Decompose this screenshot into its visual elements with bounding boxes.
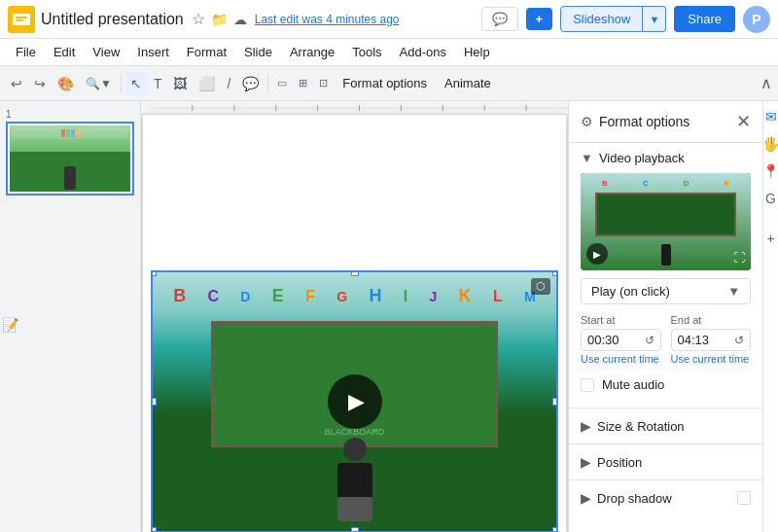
slide-video[interactable]: B C D E F G H I J K L M — [151, 270, 558, 533]
menu-item-help[interactable]: Help — [456, 43, 498, 61]
right-sidebar-icon-2[interactable]: 🖐 — [762, 136, 778, 152]
toolbar-line-button[interactable]: / — [222, 72, 235, 95]
title-actions: ☆ 📁 ☁ — [192, 10, 247, 28]
resize-handle-ml[interactable] — [151, 398, 157, 406]
toolbar-theme-button[interactable]: ⊡ — [314, 73, 333, 93]
toolbar-paint-button[interactable]: 🎨 — [53, 72, 79, 95]
size-rotation-expand-icon: ▶ — [581, 418, 591, 434]
drop-shadow-section[interactable]: ▶ Drop shadow — [569, 479, 762, 515]
toolbar: ↩ ↪ 🎨 🔍▼ ↖ T 🖼 ⬜ / 💬 ▭ ⊞ ⊡ Format option… — [0, 66, 778, 101]
resize-handle-br[interactable] — [552, 527, 558, 533]
format-panel-header: ⚙ Format options ✕ — [569, 101, 762, 143]
toolbar-layout-button[interactable]: ⊞ — [294, 73, 312, 93]
slide-thumbnail[interactable] — [6, 122, 134, 195]
cloud-icon[interactable]: ☁ — [233, 12, 247, 27]
resize-handle-mr[interactable] — [552, 398, 558, 406]
menu-bar: File Edit View Insert Format Slide Arran… — [0, 39, 778, 66]
end-at-input-wrapper: ↺ — [671, 329, 752, 351]
menu-item-slide[interactable]: Slide — [236, 43, 280, 61]
start-at-refresh-icon[interactable]: ↺ — [645, 334, 654, 347]
menu-item-file[interactable]: File — [8, 43, 44, 61]
menu-item-arrange[interactable]: Arrange — [282, 43, 342, 61]
resize-handle-bl[interactable] — [151, 527, 157, 533]
slideshow-btn-group: Slideshow ▼ — [560, 6, 666, 32]
move-to-icon[interactable]: 📁 — [211, 12, 228, 27]
start-at-input[interactable] — [587, 333, 641, 347]
start-use-current-time[interactable]: Use current time — [581, 353, 661, 365]
main-area: 1 📝 — [0, 101, 778, 532]
slide-number-label: 1 — [6, 109, 134, 120]
plus-icon: + — [536, 12, 544, 26]
toolbar-cursor-button[interactable]: ↖ — [125, 72, 147, 95]
comment-icon: 💬 — [492, 12, 508, 26]
left-panel-icon[interactable]: 📝 — [2, 317, 18, 333]
position-section[interactable]: ▶ Position — [569, 443, 762, 479]
toolbar-bg-button[interactable]: ▭ — [272, 73, 292, 93]
format-options-icon: ⚙ — [581, 114, 593, 129]
slides-panel: 1 📝 — [0, 101, 141, 532]
svg-rect-2 — [16, 17, 27, 18]
right-sidebar-icon-1[interactable]: ✉ — [765, 109, 777, 124]
drop-shadow-checkbox[interactable] — [737, 491, 751, 505]
format-panel-close-button[interactable]: ✕ — [736, 111, 751, 132]
video-playback-section-header[interactable]: ▼ Video playback — [581, 151, 751, 165]
slideshow-button[interactable]: Slideshow — [560, 6, 643, 32]
slide-canvas: B C D E F G H I J K L M — [143, 115, 566, 533]
svg-rect-3 — [16, 19, 23, 21]
menu-item-addons[interactable]: Add-ons — [392, 43, 454, 61]
right-sidebar-icon-4[interactable]: G — [765, 191, 776, 206]
resize-handle-tl[interactable] — [151, 270, 157, 276]
mute-audio-row: Mute audio — [581, 369, 751, 400]
toolbar-image-button[interactable]: 🖼 — [168, 72, 192, 95]
toolbar-collapse-button[interactable]: ∧ — [760, 74, 772, 92]
format-options-button[interactable]: Format options — [335, 73, 435, 93]
end-use-current-time[interactable]: Use current time — [671, 353, 752, 365]
video-preview-thumbnail[interactable]: B C D E ▶ ⛶ — [581, 173, 751, 270]
menu-item-format[interactable]: Format — [179, 43, 234, 61]
right-mini-sidebar: ✉ 🖐 📍 G + — [762, 101, 778, 532]
avatar[interactable]: P — [743, 6, 770, 33]
toolbar-zoom-button[interactable]: 🔍▼ — [81, 73, 117, 94]
last-edit-text[interactable]: Last edit was 4 minutes ago — [255, 13, 400, 26]
animate-button[interactable]: Animate — [437, 73, 499, 93]
toolbar-text-button[interactable]: T — [149, 72, 167, 95]
canvas-area: B C D E F G H I J K L M — [141, 101, 568, 532]
toolbar-divider-2 — [267, 74, 268, 93]
toolbar-redo-button[interactable]: ↪ — [29, 72, 51, 95]
time-inputs-row: Start at ↺ Use current time End at ↺ Use… — [581, 314, 751, 365]
right-sidebar-icon-5[interactable]: + — [766, 231, 774, 246]
right-sidebar-divider — [770, 218, 771, 219]
share-button[interactable]: Share — [674, 6, 735, 32]
drop-shadow-expand-icon: ▶ — [581, 490, 591, 506]
toolbar-undo-button[interactable]: ↩ — [6, 72, 27, 95]
toolbar-comment-button[interactable]: 💬 — [237, 72, 264, 95]
comments-button[interactable]: 💬 — [481, 7, 518, 31]
presentation-title[interactable]: Untitled presentation — [41, 11, 184, 28]
menu-item-tools[interactable]: Tools — [344, 43, 389, 61]
resize-handle-tc[interactable] — [351, 270, 359, 276]
external-link-icon[interactable]: ⬡ — [531, 278, 550, 295]
title-bar: Untitled presentation ☆ 📁 ☁ Last edit wa… — [0, 0, 778, 39]
resize-handle-bc[interactable] — [351, 527, 359, 533]
right-sidebar-icon-3[interactable]: 📍 — [762, 163, 778, 179]
toolbar-right-actions: 💬 + Slideshow ▼ Share P — [481, 6, 770, 33]
toolbar-shape-button[interactable]: ⬜ — [194, 72, 220, 95]
video-play-button[interactable]: ▶ — [328, 374, 382, 429]
preview-fullscreen-icon[interactable]: ⛶ — [733, 251, 745, 265]
resize-handle-tr[interactable] — [552, 270, 558, 276]
mute-audio-checkbox[interactable] — [581, 378, 594, 392]
slideshow-arrow-button[interactable]: ▼ — [643, 6, 666, 32]
menu-item-edit[interactable]: Edit — [46, 43, 83, 61]
format-panel: ⚙ Format options ✕ ▼ Video playback B C … — [568, 101, 762, 532]
menu-item-view[interactable]: View — [85, 43, 127, 61]
play-on-click-dropdown[interactable]: Play (on click) ▼ — [581, 278, 751, 304]
end-at-input[interactable] — [678, 333, 731, 347]
preview-play-button[interactable]: ▶ — [586, 243, 608, 265]
end-at-refresh-icon[interactable]: ↺ — [734, 334, 744, 347]
video-preview-section: ▼ Video playback B C D E ▶ ⛶ — [569, 143, 762, 408]
menu-item-insert[interactable]: Insert — [129, 43, 177, 61]
star-icon[interactable]: ☆ — [192, 10, 205, 28]
add-button[interactable]: + — [526, 8, 553, 30]
size-rotation-section[interactable]: ▶ Size & Rotation — [569, 408, 762, 443]
ruler-horizontal — [141, 101, 568, 115]
